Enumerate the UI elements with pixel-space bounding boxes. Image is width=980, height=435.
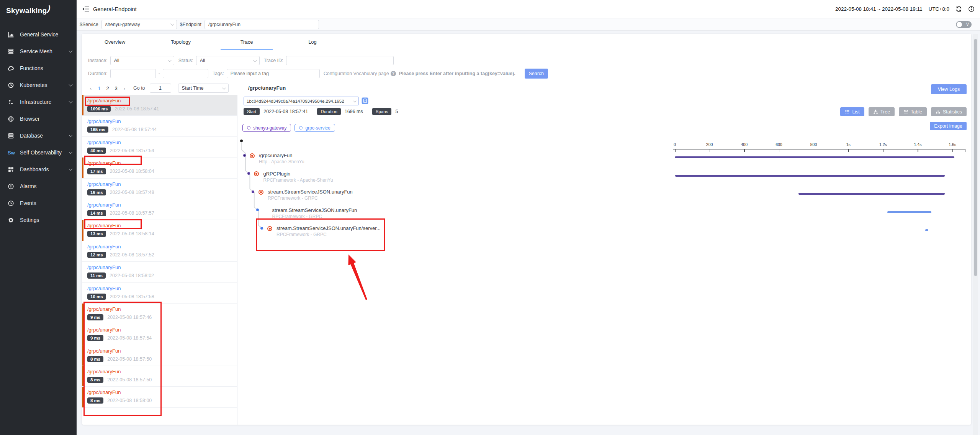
version-toggle[interactable]: V: [956, 21, 972, 28]
chevron-down-icon: [69, 83, 73, 87]
trace-list-item[interactable]: /grpc/unaryFun8 ms2022-05-08 18:57:50: [82, 366, 237, 387]
status-select-value: All: [200, 58, 205, 63]
trace-list-item[interactable]: /grpc/unaryFun10 ms2022-05-08 18:57:58: [82, 283, 237, 304]
sidebar-item-kubernetes[interactable]: Kubernetes: [0, 77, 77, 94]
scrollbar[interactable]: [973, 34, 978, 435]
tree-view-icon: [873, 109, 878, 114]
start-badge: Start: [244, 108, 260, 115]
trace-list-item[interactable]: /grpc/unaryFun17 ms2022-05-08 18:58:04: [82, 158, 237, 178]
trace-list-item[interactable]: /grpc/unaryFun1696 ms2022-05-08 18:57:41: [82, 95, 237, 116]
span-duration-bar[interactable]: [798, 193, 945, 195]
status-select[interactable]: All: [196, 56, 260, 65]
page-number-1[interactable]: 1: [96, 85, 103, 91]
axis-tick-label: 600: [771, 142, 787, 147]
scrollbar-thumb[interactable]: [974, 39, 977, 276]
trace-meta: 165 ms2022-05-08 18:57:44: [87, 126, 234, 133]
trace-list-item[interactable]: /grpc/unaryFun8 ms2022-05-08 18:58:00: [82, 387, 237, 407]
view-mode-table[interactable]: Table: [899, 107, 927, 116]
page-numbers: 123: [96, 85, 119, 91]
refresh-icon[interactable]: [955, 6, 962, 12]
span-timeline-area: /grpc/unaryFunHttp - Apache-ShenYugRPCPl…: [237, 137, 971, 352]
view-mode-label: Table: [911, 109, 922, 115]
tab-log[interactable]: Log: [280, 34, 345, 50]
duration-max-input[interactable]: [163, 69, 208, 78]
span-duration-bar[interactable]: [675, 175, 945, 177]
sidebar-item-general-service[interactable]: General Service: [0, 26, 77, 43]
sidebar-item-settings[interactable]: Settings: [0, 212, 77, 228]
sort-select[interactable]: Start Time: [178, 84, 229, 93]
sidebar-item-database[interactable]: Database: [0, 127, 77, 144]
axis-tick-label: 200: [701, 142, 718, 147]
service-dot-shenyu-gateway: [243, 154, 246, 157]
tags-hint: Please press Enter after inputting a tag…: [399, 71, 515, 76]
info-icon[interactable]: [968, 6, 975, 12]
trace-list-item[interactable]: /grpc/unaryFun9 ms2022-05-08 18:57:46: [82, 304, 237, 324]
tab-overview[interactable]: Overview: [82, 34, 148, 50]
prev-page-button[interactable]: ‹: [87, 85, 94, 91]
collapse-menu-icon[interactable]: [82, 6, 89, 12]
trace-id-input[interactable]: [286, 56, 394, 65]
sidebar-item-alarms[interactable]: Alarms: [0, 178, 77, 195]
tab-trace[interactable]: Trace: [214, 34, 280, 50]
span-duration-bar[interactable]: [887, 211, 931, 213]
search-button[interactable]: Search: [525, 69, 548, 79]
timezone[interactable]: UTC+8:0: [929, 6, 949, 12]
trace-timestamp: 2022-05-08 18:57:52: [110, 252, 154, 258]
trace-id-select[interactable]: 1bc04d9244d349c0a74a14709349584e.294.165…: [244, 97, 359, 105]
sidebar-item-self-observability[interactable]: SwSelf Observability: [0, 144, 77, 161]
sidebar-item-events[interactable]: Events: [0, 195, 77, 212]
page-number-2[interactable]: 2: [104, 85, 111, 91]
sidebar: Skywalking) General ServiceService MeshF…: [0, 0, 77, 435]
time-range[interactable]: 2022-05-08 18:41 ~ 2022-05-08 19:11: [835, 6, 923, 12]
copy-trace-id-icon[interactable]: [362, 97, 368, 104]
next-page-button[interactable]: ›: [121, 85, 128, 91]
trace-meta: 12 ms2022-05-08 18:57:52: [87, 252, 234, 258]
trace-duration-badge: 8 ms: [87, 377, 103, 383]
duration-min-input[interactable]: [110, 69, 156, 78]
trace-id-label: Trace ID:: [264, 58, 283, 63]
sidebar-item-dashboards[interactable]: Dashboards: [0, 161, 77, 178]
trace-duration-badge: 9 ms: [87, 335, 103, 341]
service-select[interactable]: shenyu-gateway: [101, 20, 177, 29]
trace-meta: 9 ms2022-05-08 18:57:54: [87, 335, 234, 341]
trace-list-item[interactable]: /grpc/unaryFun8 ms2022-05-08 18:57:50: [82, 345, 237, 366]
span-duration-bar[interactable]: [675, 156, 954, 158]
question-circle-icon[interactable]: ?: [391, 71, 396, 76]
trace-list-item[interactable]: /grpc/unaryFun12 ms2022-05-08 18:57:52: [82, 241, 237, 262]
trace-list-item[interactable]: /grpc/unaryFun14 ms2022-05-08 18:57:57: [82, 199, 237, 220]
trace-list-item[interactable]: /grpc/unaryFun16 ms2022-05-08 18:57:48: [82, 179, 237, 199]
page-number-3[interactable]: 3: [113, 85, 119, 91]
trace-list-item[interactable]: /grpc/unaryFun11 ms2022-05-08 18:58:02: [82, 262, 237, 282]
sidebar-item-infrastructure[interactable]: Infrastructure: [0, 94, 77, 110]
trace-meta: 13 ms2022-05-08 18:58:14: [87, 231, 234, 237]
tab-topology[interactable]: Topology: [148, 34, 214, 50]
tags-input[interactable]: [227, 69, 320, 78]
page-title: General-Endpoint: [93, 6, 137, 12]
endpoint-input[interactable]: [205, 20, 319, 29]
sidebar-item-browser[interactable]: Browser: [0, 110, 77, 127]
service-dot-shenyu-gateway: [252, 190, 254, 193]
trace-endpoint-name: /grpc/unaryFun: [87, 140, 234, 145]
error-indicator-bar: [82, 220, 83, 240]
goto-page-input[interactable]: [150, 84, 171, 93]
skywalking-logo[interactable]: Skywalking): [0, 0, 77, 15]
service-chip-grpc-service[interactable]: grpc-service: [294, 124, 335, 132]
view-logs-button[interactable]: View Logs: [931, 84, 967, 94]
trace-duration-badge: 13 ms: [87, 231, 106, 237]
sidebar-item-service-mesh[interactable]: Service Mesh: [0, 43, 77, 60]
trace-list-item[interactable]: /grpc/unaryFun40 ms2022-05-08 18:57:54: [82, 137, 237, 158]
trace-list-item[interactable]: /grpc/unaryFun9 ms2022-05-08 18:57:54: [82, 324, 237, 345]
instance-select[interactable]: All: [110, 56, 174, 65]
sidebar-item-functions[interactable]: Functions: [0, 60, 77, 77]
view-mode-statistics[interactable]: Statistics: [931, 107, 967, 116]
vocabulary-link[interactable]: Configuration Vocabulary page: [324, 71, 389, 76]
service-chip-shenyu-gateway[interactable]: shenyu-gateway: [242, 124, 291, 132]
span-duration-bar[interactable]: [925, 229, 928, 231]
span-layer: RPCFramework - Apache-ShenYu: [263, 177, 333, 183]
export-image-button[interactable]: Export image: [930, 122, 967, 130]
trace-list-item[interactable]: /grpc/unaryFun13 ms2022-05-08 18:58:14: [82, 220, 237, 241]
view-mode-tree[interactable]: Tree: [869, 107, 895, 116]
trace-list-item[interactable]: /grpc/unaryFun165 ms2022-05-08 18:57:44: [82, 116, 237, 136]
view-mode-list[interactable]: List: [840, 107, 864, 116]
dots-icon: [8, 99, 14, 105]
